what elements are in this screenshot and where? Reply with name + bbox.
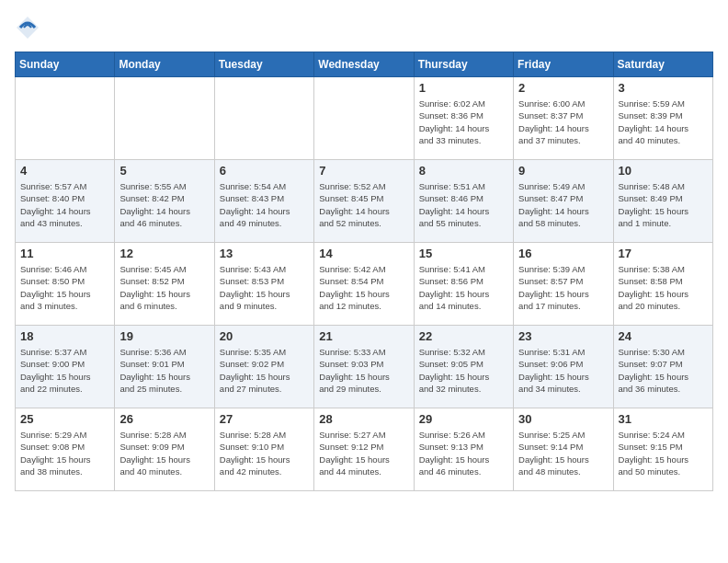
- day-info: Sunrise: 5:43 AM Sunset: 8:53 PM Dayligh…: [220, 263, 309, 312]
- day-info: Sunrise: 6:02 AM Sunset: 8:36 PM Dayligh…: [419, 98, 508, 146]
- day-info: Sunrise: 5:51 AM Sunset: 8:46 PM Dayligh…: [419, 180, 508, 229]
- day-number: 11: [20, 247, 109, 260]
- day-header-saturday: Saturday: [613, 52, 712, 77]
- day-number: 6: [220, 164, 309, 178]
- day-number: 1: [419, 81, 508, 95]
- day-header-monday: Monday: [115, 52, 214, 77]
- day-info: Sunrise: 5:48 AM Sunset: 8:49 PM Dayligh…: [619, 180, 708, 229]
- calendar-cell: [115, 77, 214, 160]
- logo: [15, 15, 44, 40]
- day-info: Sunrise: 5:26 AM Sunset: 9:13 PM Dayligh…: [419, 429, 508, 477]
- day-info: Sunrise: 5:32 AM Sunset: 9:05 PM Dayligh…: [419, 346, 508, 395]
- calendar-cell: 28Sunrise: 5:27 AM Sunset: 9:12 PM Dayli…: [314, 408, 414, 491]
- calendar-cell: 8Sunrise: 5:51 AM Sunset: 8:46 PM Daylig…: [414, 160, 513, 243]
- day-number: 26: [119, 412, 209, 426]
- day-info: Sunrise: 5:45 AM Sunset: 8:52 PM Dayligh…: [119, 263, 209, 312]
- day-number: 31: [619, 412, 708, 426]
- day-number: 25: [20, 412, 109, 426]
- calendar-cell: 18Sunrise: 5:37 AM Sunset: 9:00 PM Dayli…: [16, 326, 115, 408]
- calendar-cell: 11Sunrise: 5:46 AM Sunset: 8:50 PM Dayli…: [16, 243, 115, 326]
- calendar-cell: 9Sunrise: 5:49 AM Sunset: 8:47 PM Daylig…: [514, 160, 613, 243]
- day-info: Sunrise: 5:57 AM Sunset: 8:40 PM Dayligh…: [20, 180, 109, 229]
- day-number: 15: [419, 247, 508, 260]
- calendar-week-row: 25Sunrise: 5:29 AM Sunset: 9:08 PM Dayli…: [16, 408, 713, 491]
- calendar-cell: 1Sunrise: 6:02 AM Sunset: 8:36 PM Daylig…: [414, 77, 513, 160]
- calendar-cell: 12Sunrise: 5:45 AM Sunset: 8:52 PM Dayli…: [115, 243, 214, 326]
- day-number: 23: [518, 329, 608, 343]
- day-info: Sunrise: 5:37 AM Sunset: 9:00 PM Dayligh…: [20, 346, 109, 395]
- day-number: 7: [319, 164, 408, 178]
- calendar-cell: 29Sunrise: 5:26 AM Sunset: 9:13 PM Dayli…: [414, 408, 513, 491]
- day-info: Sunrise: 5:46 AM Sunset: 8:50 PM Dayligh…: [20, 263, 109, 312]
- calendar-cell: 7Sunrise: 5:52 AM Sunset: 8:45 PM Daylig…: [314, 160, 414, 243]
- day-header-wednesday: Wednesday: [314, 52, 414, 77]
- day-header-tuesday: Tuesday: [214, 52, 313, 77]
- day-info: Sunrise: 5:54 AM Sunset: 8:43 PM Dayligh…: [220, 180, 309, 229]
- day-info: Sunrise: 5:25 AM Sunset: 9:14 PM Dayligh…: [518, 429, 608, 477]
- calendar-cell: 19Sunrise: 5:36 AM Sunset: 9:01 PM Dayli…: [115, 326, 214, 408]
- page-header: [15, 15, 713, 40]
- day-number: 28: [319, 412, 408, 426]
- day-number: 21: [319, 329, 408, 343]
- calendar-cell: 23Sunrise: 5:31 AM Sunset: 9:06 PM Dayli…: [514, 326, 613, 408]
- calendar-cell: 10Sunrise: 5:48 AM Sunset: 8:49 PM Dayli…: [613, 160, 712, 243]
- day-number: 22: [419, 329, 508, 343]
- calendar-cell: 24Sunrise: 5:30 AM Sunset: 9:07 PM Dayli…: [613, 326, 712, 408]
- day-number: 24: [619, 329, 708, 343]
- day-number: 16: [518, 247, 608, 260]
- day-number: 4: [20, 164, 109, 178]
- calendar-cell: 5Sunrise: 5:55 AM Sunset: 8:42 PM Daylig…: [115, 160, 214, 243]
- day-info: Sunrise: 5:36 AM Sunset: 9:01 PM Dayligh…: [119, 346, 209, 395]
- calendar-cell: 30Sunrise: 5:25 AM Sunset: 9:14 PM Dayli…: [514, 408, 613, 491]
- calendar-cell: 14Sunrise: 5:42 AM Sunset: 8:54 PM Dayli…: [314, 243, 414, 326]
- day-info: Sunrise: 5:29 AM Sunset: 9:08 PM Dayligh…: [20, 429, 109, 477]
- calendar-cell: 31Sunrise: 5:24 AM Sunset: 9:15 PM Dayli…: [613, 408, 712, 491]
- day-number: 8: [419, 164, 508, 178]
- day-info: Sunrise: 5:31 AM Sunset: 9:06 PM Dayligh…: [518, 346, 608, 395]
- day-info: Sunrise: 5:59 AM Sunset: 8:39 PM Dayligh…: [619, 98, 708, 146]
- day-info: Sunrise: 6:00 AM Sunset: 8:37 PM Dayligh…: [518, 98, 608, 146]
- calendar-table: SundayMondayTuesdayWednesdayThursdayFrid…: [15, 52, 713, 491]
- calendar-cell: 25Sunrise: 5:29 AM Sunset: 9:08 PM Dayli…: [16, 408, 115, 491]
- calendar-cell: 26Sunrise: 5:28 AM Sunset: 9:09 PM Dayli…: [115, 408, 214, 491]
- day-number: 18: [20, 329, 109, 343]
- calendar-cell: 13Sunrise: 5:43 AM Sunset: 8:53 PM Dayli…: [214, 243, 313, 326]
- calendar-cell: 4Sunrise: 5:57 AM Sunset: 8:40 PM Daylig…: [16, 160, 115, 243]
- calendar-cell: 15Sunrise: 5:41 AM Sunset: 8:56 PM Dayli…: [414, 243, 513, 326]
- day-number: 13: [220, 247, 309, 260]
- day-header-thursday: Thursday: [414, 52, 513, 77]
- logo-icon: [15, 15, 40, 40]
- day-info: Sunrise: 5:33 AM Sunset: 9:03 PM Dayligh…: [319, 346, 408, 395]
- day-number: 30: [518, 412, 608, 426]
- day-number: 17: [619, 247, 708, 260]
- day-info: Sunrise: 5:52 AM Sunset: 8:45 PM Dayligh…: [319, 180, 408, 229]
- calendar-week-row: 18Sunrise: 5:37 AM Sunset: 9:00 PM Dayli…: [16, 326, 713, 408]
- calendar-cell: 17Sunrise: 5:38 AM Sunset: 8:58 PM Dayli…: [613, 243, 712, 326]
- day-header-friday: Friday: [514, 52, 613, 77]
- calendar-cell: 16Sunrise: 5:39 AM Sunset: 8:57 PM Dayli…: [514, 243, 613, 326]
- day-number: 29: [419, 412, 508, 426]
- day-number: 10: [619, 164, 708, 178]
- day-number: 5: [119, 164, 209, 178]
- day-info: Sunrise: 5:35 AM Sunset: 9:02 PM Dayligh…: [220, 346, 309, 395]
- calendar-cell: 21Sunrise: 5:33 AM Sunset: 9:03 PM Dayli…: [314, 326, 414, 408]
- day-info: Sunrise: 5:42 AM Sunset: 8:54 PM Dayligh…: [319, 263, 408, 312]
- day-info: Sunrise: 5:28 AM Sunset: 9:09 PM Dayligh…: [119, 429, 209, 477]
- calendar-cell: 2Sunrise: 6:00 AM Sunset: 8:37 PM Daylig…: [514, 77, 613, 160]
- day-number: 3: [619, 81, 708, 95]
- day-info: Sunrise: 5:24 AM Sunset: 9:15 PM Dayligh…: [619, 429, 708, 477]
- svg-marker-0: [17, 17, 39, 39]
- day-number: 14: [319, 247, 408, 260]
- day-number: 19: [119, 329, 209, 343]
- calendar-week-row: 4Sunrise: 5:57 AM Sunset: 8:40 PM Daylig…: [16, 160, 713, 243]
- calendar-cell: [314, 77, 414, 160]
- calendar-cell: 3Sunrise: 5:59 AM Sunset: 8:39 PM Daylig…: [613, 77, 712, 160]
- calendar-cell: 22Sunrise: 5:32 AM Sunset: 9:05 PM Dayli…: [414, 326, 513, 408]
- calendar-cell: 6Sunrise: 5:54 AM Sunset: 8:43 PM Daylig…: [214, 160, 313, 243]
- day-info: Sunrise: 5:55 AM Sunset: 8:42 PM Dayligh…: [119, 180, 209, 229]
- day-number: 2: [518, 81, 608, 95]
- calendar-cell: 27Sunrise: 5:28 AM Sunset: 9:10 PM Dayli…: [214, 408, 313, 491]
- day-info: Sunrise: 5:38 AM Sunset: 8:58 PM Dayligh…: [619, 263, 708, 312]
- calendar-header-row: SundayMondayTuesdayWednesdayThursdayFrid…: [16, 52, 713, 77]
- day-info: Sunrise: 5:30 AM Sunset: 9:07 PM Dayligh…: [619, 346, 708, 395]
